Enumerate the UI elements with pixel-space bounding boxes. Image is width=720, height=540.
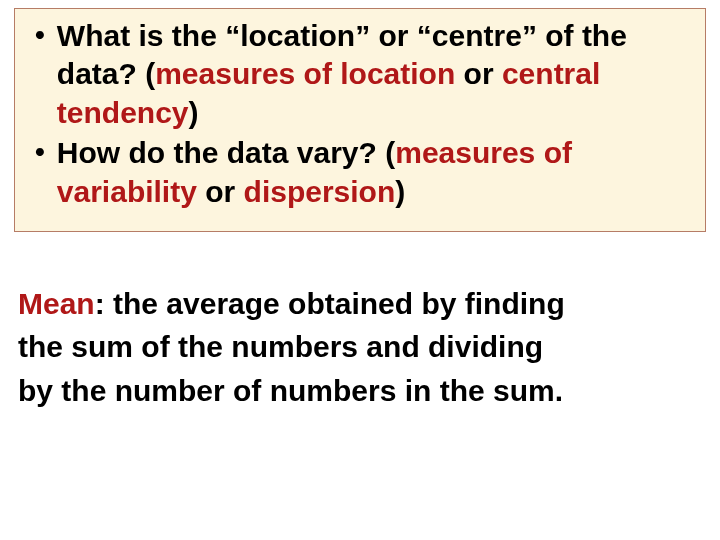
bullet-item: • How do the data vary? (measures of var… bbox=[27, 134, 693, 211]
text-fragment: : bbox=[95, 287, 113, 320]
text-fragment: or bbox=[197, 175, 244, 208]
text-fragment: ) bbox=[189, 96, 199, 129]
bullet-item: • What is the “location” or “centre” of … bbox=[27, 17, 693, 132]
text-fragment: ) bbox=[395, 175, 405, 208]
highlight-term: dispersion bbox=[244, 175, 396, 208]
definition-term: Mean bbox=[18, 287, 95, 320]
text-fragment: ( bbox=[385, 136, 395, 169]
text-fragment: or bbox=[455, 57, 502, 90]
text-fragment: “location” bbox=[225, 19, 370, 52]
bullet-text: How do the data vary? (measures of varia… bbox=[57, 134, 693, 211]
text-fragment: the average obtained by finding bbox=[113, 287, 565, 320]
bullet-dot-icon: • bbox=[35, 138, 45, 166]
slide: • What is the “location” or “centre” of … bbox=[0, 8, 720, 540]
highlight-box: • What is the “location” or “centre” of … bbox=[14, 8, 706, 232]
text-fragment: “centre” bbox=[417, 19, 537, 52]
text-fragment: ( bbox=[145, 57, 155, 90]
definition-block: Mean: the average obtained by finding th… bbox=[18, 282, 702, 413]
text-fragment: How do the data vary? bbox=[57, 136, 385, 169]
highlight-term: measures of location bbox=[155, 57, 455, 90]
text-fragment: or bbox=[370, 19, 417, 52]
bullet-dot-icon: • bbox=[35, 21, 45, 49]
definition-line: by the number of numbers in the sum. bbox=[18, 369, 702, 413]
definition-line: Mean: the average obtained by finding bbox=[18, 282, 702, 326]
definition-line: the sum of the numbers and dividing bbox=[18, 325, 702, 369]
text-fragment: What is the bbox=[57, 19, 225, 52]
bullet-text: What is the “location” or “centre” of th… bbox=[57, 17, 693, 132]
